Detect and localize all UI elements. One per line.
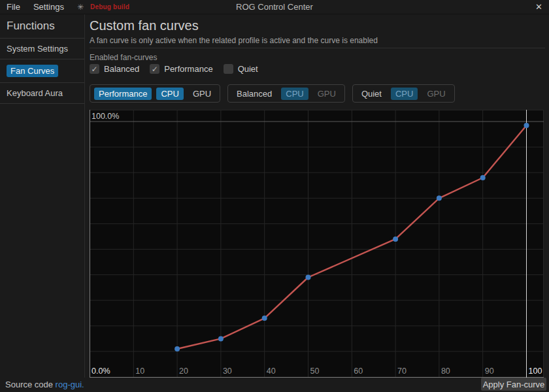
fan-tab-quiet-gpu[interactable]: GPU (422, 88, 450, 100)
rog-gui-link[interactable]: rog-gui. (56, 380, 84, 389)
svg-text:100.0%: 100.0% (92, 112, 119, 121)
profile-tab-quiet[interactable]: Quiet (357, 88, 386, 100)
checkbox-unchecked-icon (224, 64, 233, 74)
page-subtitle: A fan curve is only active when the rela… (90, 36, 378, 45)
curve-point[interactable] (175, 346, 180, 351)
sidebar-item-fan-curves[interactable]: Fan Curves (5, 59, 79, 82)
menu-settings[interactable]: Settings (27, 1, 71, 13)
sidebar: Functions System Settings Fan Curves Key… (0, 14, 85, 378)
fan-tab-performance-gpu[interactable]: GPU (188, 88, 216, 100)
checkbox-balanced[interactable]: ✓ Balanced (90, 64, 139, 74)
fan-tab-balanced-gpu[interactable]: GPU (313, 88, 341, 100)
svg-text:10: 10 (135, 367, 144, 376)
checkbox-label: Quiet (238, 64, 258, 74)
svg-text:30: 30 (223, 367, 232, 376)
curve-point[interactable] (262, 316, 267, 321)
checkbox-checked-icon: ✓ (90, 64, 99, 74)
svg-text:70: 70 (397, 367, 407, 376)
svg-text:20: 20 (179, 367, 188, 376)
menu-file[interactable]: File (0, 1, 27, 13)
fan-tab-quiet-cpu[interactable]: CPU (391, 88, 418, 100)
fan-tab-balanced-cpu[interactable]: CPU (281, 88, 308, 100)
svg-text:0.0%: 0.0% (92, 367, 110, 376)
source-code-text: Source code rog-gui. (5, 380, 84, 389)
fan-tab-performance-cpu[interactable]: CPU (156, 88, 183, 100)
apply-fan-curve-button[interactable]: Apply Fan-curve (481, 378, 546, 391)
svg-text:80: 80 (441, 367, 450, 376)
statusbar: Source code rog-gui. Apply Fan-curve (0, 378, 549, 392)
sidebar-item-system-settings[interactable]: System Settings (5, 39, 79, 59)
checkbox-quiet[interactable]: Quiet (224, 64, 258, 74)
svg-text:100: 100 (529, 367, 542, 376)
svg-text:60: 60 (354, 367, 363, 376)
enabled-fan-curves-label: Enabled fan-curves (90, 53, 157, 62)
sun-icon[interactable]: ✳ (71, 3, 90, 12)
checkbox-performance[interactable]: ✓ Performance (150, 64, 212, 74)
curve-point[interactable] (218, 336, 224, 341)
svg-text:40: 40 (267, 367, 276, 376)
fan-curve-chart-svg: 102030405060708090100100.0%0.0% (90, 110, 544, 378)
page-title: Custom fan curves (90, 18, 199, 33)
fan-curve-tab-row: Performance CPU GPU Balanced CPU GPU Qui… (90, 84, 455, 103)
curve-point[interactable] (437, 195, 442, 201)
profile-tab-performance[interactable]: Performance (94, 88, 152, 100)
fan-group-quiet: Quiet CPU GPU (352, 84, 455, 103)
svg-text:50: 50 (310, 367, 320, 376)
curve-point[interactable] (480, 175, 486, 180)
curve-point[interactable] (393, 237, 398, 242)
enabled-checkbox-row: ✓ Balanced ✓ Performance Quiet (90, 64, 258, 74)
svg-text:90: 90 (485, 367, 494, 376)
profile-tab-balanced[interactable]: Balanced (232, 88, 276, 100)
titlebar: File Settings ✳ Debug build ROG Control … (0, 0, 549, 14)
sidebar-item-keyboard-aura[interactable]: Keyboard Aura (5, 83, 79, 103)
curve-point[interactable] (306, 275, 311, 280)
checkbox-label: Balanced (104, 64, 139, 74)
debug-build-badge: Debug build (90, 3, 129, 10)
rog-control-center-window: { "titlebar": { "menu_file": "File", "me… (0, 0, 549, 392)
fan-group-performance: Performance CPU GPU (90, 84, 220, 103)
divider (90, 48, 545, 48)
checkbox-checked-icon: ✓ (150, 64, 159, 74)
divider (0, 103, 84, 104)
fan-group-balanced: Balanced CPU GPU (227, 84, 345, 103)
fan-curve-chart[interactable]: 102030405060708090100100.0%0.0% (90, 110, 544, 378)
checkbox-label: Performance (164, 64, 212, 74)
close-icon[interactable]: ✕ (535, 2, 542, 12)
curve-point[interactable] (524, 123, 529, 128)
sidebar-header: Functions (5, 18, 79, 38)
